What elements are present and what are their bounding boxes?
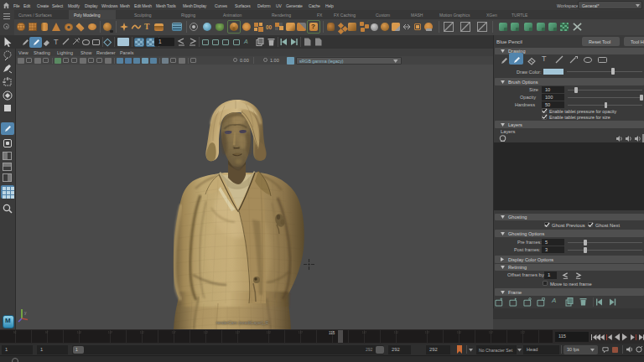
svg-text:y: y: [24, 310, 27, 315]
